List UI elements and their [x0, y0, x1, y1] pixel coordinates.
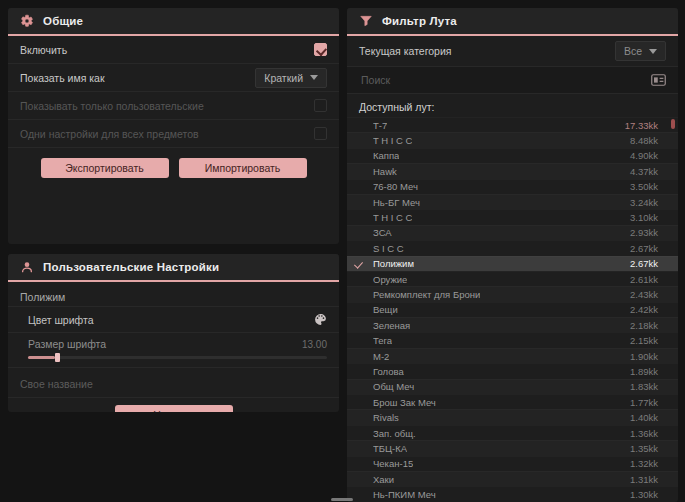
- loot-item-value: 1.35kk: [630, 443, 658, 454]
- loot-row[interactable]: T H I C C 8.48kk: [347, 132, 678, 147]
- loot-row[interactable]: Каппа 4.90kk: [347, 148, 678, 163]
- panel-custom-title: Пользовательские Настройки: [43, 261, 219, 273]
- setting-row-name-mode: Показать имя как Краткий: [8, 64, 339, 92]
- loot-item-name: Хаки: [373, 474, 394, 485]
- window-scrollbar-thumb[interactable]: [331, 498, 353, 501]
- loot-item-name: Hawk: [373, 166, 397, 177]
- loot-item-name: Rivals: [373, 412, 399, 423]
- loot-row[interactable]: Нь-ПКИМ Меч 1.30kk: [347, 486, 678, 501]
- loot-row[interactable]: Rivals 1.40kk: [347, 409, 678, 424]
- loot-item-value: 1.83kk: [630, 381, 658, 392]
- loot-row[interactable]: Голова 1.89kk: [347, 363, 678, 378]
- loot-row[interactable]: Ремкомплект для Брони 2.43kk: [347, 286, 678, 301]
- loot-row[interactable]: Зеленая 2.18kk: [347, 317, 678, 332]
- palette-icon[interactable]: [314, 313, 327, 326]
- loot-row[interactable]: Оружие 2.61kk: [347, 271, 678, 286]
- loot-item-value: 2.67kk: [630, 258, 658, 269]
- loot-item-value: 2.15kk: [630, 335, 658, 346]
- loot-item-name: Нь-БГ Меч: [373, 197, 420, 208]
- font-size-label: Размер шрифта: [28, 338, 106, 350]
- only-custom-label: Показывать только пользовательские: [20, 100, 204, 112]
- card-view-icon[interactable]: [651, 74, 666, 86]
- loot-row[interactable]: T H I C C 3.10kk: [347, 209, 678, 224]
- loot-row[interactable]: М-2 1.90kk: [347, 348, 678, 363]
- loot-item-value: 2.18kk: [630, 320, 658, 331]
- slider-handle[interactable]: [55, 353, 60, 362]
- loot-item-value: 3.50kk: [630, 181, 658, 192]
- loot-item-name: Голова: [373, 366, 404, 377]
- loot-item-name: Т-7: [373, 120, 387, 131]
- loot-item-value: 2.93kk: [630, 227, 658, 238]
- loot-item-value: 1.30kk: [630, 489, 658, 500]
- loot-row[interactable]: Общ Меч 1.83kk: [347, 379, 678, 394]
- loot-row[interactable]: Хаки 1.31kk: [347, 471, 678, 486]
- loot-row[interactable]: Чекан-15 1.32kk: [347, 456, 678, 471]
- same-settings-checkbox[interactable]: [314, 127, 327, 140]
- loot-item-name: Нь-ПКИМ Меч: [373, 489, 436, 500]
- loot-item-name: ЗСА: [373, 227, 392, 238]
- setting-row-enable: Включить: [8, 36, 339, 64]
- font-size-value: 13.00: [302, 339, 327, 350]
- loot-row[interactable]: Полижим 2.67kk: [347, 256, 678, 271]
- loot-row[interactable]: Тега 2.15kk: [347, 332, 678, 347]
- funnel-icon: [359, 14, 373, 28]
- enable-checkbox[interactable]: [314, 43, 327, 56]
- loot-item-value: 8.48kk: [630, 135, 658, 146]
- loot-item-value: 1.77kk: [630, 397, 658, 408]
- setting-row-same-settings: Одни настройки для всех предметов: [8, 120, 339, 148]
- loot-item-value: 4.90kk: [630, 150, 658, 161]
- loot-item-name: S I C C: [373, 243, 404, 254]
- setting-row-only-custom: Показывать только пользовательские: [8, 92, 339, 120]
- loot-row[interactable]: Брош Зак Меч 1.77kk: [347, 394, 678, 409]
- custom-name-input[interactable]: [20, 375, 327, 393]
- loot-row[interactable]: ТБЦ-КА 1.35kk: [347, 440, 678, 455]
- loot-item-value: 1.32kk: [630, 458, 658, 469]
- loot-item-value: 2.61kk: [630, 274, 658, 285]
- export-button[interactable]: Экспортировать: [41, 158, 169, 178]
- loot-item-value: 17.33kk: [625, 120, 658, 131]
- panel-general-header: Общие: [8, 8, 339, 36]
- panel-filter-header: Фильтр Лута: [347, 8, 678, 36]
- loot-item-value: 1.40kk: [630, 412, 658, 423]
- selected-item-name: Полижим: [8, 282, 339, 307]
- panel-custom-settings: Пользовательские Настройки Полижим Цвет …: [8, 254, 339, 412]
- loot-row[interactable]: Вещи 2.42kk: [347, 302, 678, 317]
- loot-row[interactable]: S I C C 2.67kk: [347, 240, 678, 255]
- loot-row[interactable]: Т-7 17.33kk: [347, 117, 678, 132]
- loot-row[interactable]: ЗСА 2.93kk: [347, 225, 678, 240]
- loot-item-value: 1.89kk: [630, 366, 658, 377]
- loot-item-value: 3.24kk: [630, 197, 658, 208]
- name-mode-value: Краткий: [264, 72, 303, 84]
- only-custom-checkbox[interactable]: [314, 99, 327, 112]
- font-size-slider[interactable]: [28, 356, 327, 359]
- name-mode-dropdown[interactable]: Краткий: [255, 68, 327, 88]
- panel-custom-header: Пользовательские Настройки: [8, 254, 339, 282]
- loot-item-name: Тега: [373, 335, 392, 346]
- loot-row[interactable]: 76-80 Меч 3.50kk: [347, 179, 678, 194]
- loot-row[interactable]: Hawk 4.37kk: [347, 163, 678, 178]
- category-dropdown[interactable]: Все: [615, 41, 666, 61]
- category-row: Текущая категория Все: [347, 36, 678, 67]
- search-input[interactable]: [359, 73, 643, 87]
- import-button[interactable]: Импортировать: [179, 158, 307, 178]
- name-mode-label: Показать имя как: [20, 72, 105, 84]
- loot-item-value: 1.90kk: [630, 351, 658, 362]
- loot-item-name: Зап. общ.: [373, 428, 416, 439]
- loot-row[interactable]: Зап. общ. 1.36kk: [347, 425, 678, 440]
- loot-row[interactable]: Нь-БГ Меч 3.24kk: [347, 194, 678, 209]
- loot-item-name: Зеленая: [373, 320, 410, 331]
- loot-item-name: М-2: [373, 351, 389, 362]
- enable-label: Включить: [20, 44, 67, 56]
- delete-button[interactable]: Удалить: [115, 405, 233, 412]
- loot-item-name: Полижим: [373, 258, 414, 269]
- loot-item-value: 1.36kk: [630, 428, 658, 439]
- same-settings-label: Одни настройки для всех предметов: [20, 128, 199, 140]
- loot-item-name: Брош Зак Меч: [373, 397, 436, 408]
- chevron-down-icon: [310, 75, 318, 80]
- category-value: Все: [624, 45, 642, 57]
- loot-item-name: 76-80 Меч: [373, 181, 418, 192]
- panel-general: Общие Включить Показать имя как Краткий …: [8, 8, 339, 244]
- loot-item-value: 4.37kk: [630, 166, 658, 177]
- loot-item-name: Ремкомплект для Брони: [373, 289, 480, 300]
- loot-item-name: Общ Меч: [373, 381, 414, 392]
